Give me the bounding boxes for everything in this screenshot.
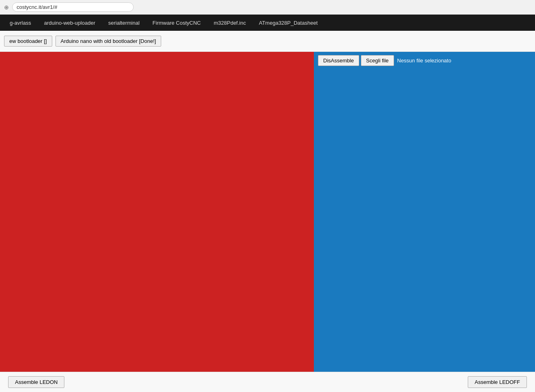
- old-bootloader-button[interactable]: Arduino nano with old bootloader [Done!]: [55, 36, 162, 47]
- new-bootloader-button[interactable]: ew bootloader []: [4, 36, 52, 47]
- code-textarea[interactable]: [0, 52, 314, 372]
- main-content: DisAssemble Scegli file Nessun file sele…: [0, 52, 535, 372]
- left-panel: [0, 52, 314, 372]
- left-panel-inner: [0, 52, 314, 372]
- toolbar-area: ew bootloader [] Arduino nano with old b…: [0, 31, 535, 52]
- file-label: Nessun file selezionato: [397, 58, 452, 64]
- right-panel: DisAssemble Scegli file Nessun file sele…: [314, 52, 535, 372]
- disassemble-button[interactable]: DisAssemble: [318, 55, 359, 66]
- nav-item-firmware[interactable]: Firmware CostyCNC: [146, 15, 207, 31]
- hex-textarea[interactable]: [314, 69, 535, 372]
- nav-item-arduino[interactable]: arduino-web-uploader: [38, 15, 102, 31]
- bottom-bar: Assemble LEDON Assemble LEDOFF: [0, 372, 535, 392]
- assemble-ledoff-button[interactable]: Assemble LEDOFF: [468, 376, 527, 388]
- nav-bar: g-avrlass arduino-web-uploader serialter…: [0, 15, 535, 31]
- browser-icon: ⊕: [4, 4, 9, 11]
- assemble-ledon-button[interactable]: Assemble LEDON: [8, 376, 64, 388]
- nav-item-serial[interactable]: serialterminal: [102, 15, 146, 31]
- nav-item-avrlass[interactable]: g-avrlass: [3, 15, 38, 31]
- nav-item-datasheet[interactable]: ATmega328P_Datasheet: [252, 15, 324, 31]
- choose-file-button[interactable]: Scegli file: [361, 55, 394, 66]
- right-toolbar: DisAssemble Scegli file Nessun file sele…: [314, 52, 535, 69]
- nav-item-m328[interactable]: m328Pdef.inc: [207, 15, 253, 31]
- address-input[interactable]: costycnc.it/avr1/#: [12, 2, 134, 12]
- address-bar: ⊕ costycnc.it/avr1/#: [0, 0, 535, 15]
